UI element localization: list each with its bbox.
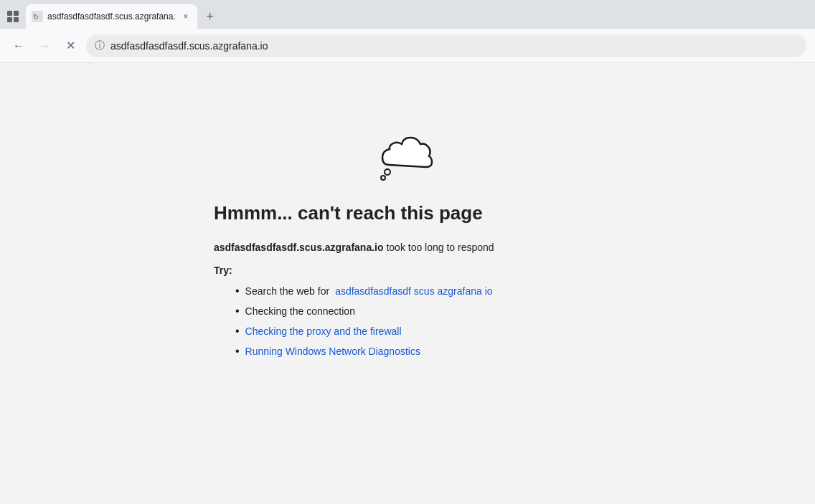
svg-text:↻: ↻ [33,13,39,21]
error-content-wrapper: Hmmm... can't reach this page asdfasdfas… [214,120,601,365]
proxy-link[interactable]: Checking the proxy and the firewall [245,325,402,337]
cloud-icon [372,120,443,185]
tab-title: asdfasdfasdfasdf.scus.azgrafana. [47,11,176,22]
tab-bar: ↻ asdfasdfasdfasdf.scus.azgrafana. × + [0,0,815,29]
list-item: Running Windows Network Diagnostics [235,345,493,358]
search-link[interactable]: asdfasdfasdfasdf scus azgrafana io [335,285,492,297]
tab-favicon: ↻ [32,11,43,22]
svg-point-7 [381,176,385,180]
nav-bar: ← → ✕ ⓘ asdfasdfasdfasdf.scus.azgrafana.… [0,29,815,63]
tab-active[interactable]: ↻ asdfasdfasdfasdf.scus.azgrafana. × [26,4,197,29]
browser-chrome: ↻ asdfasdfasdfasdf.scus.azgrafana. × + ←… [0,0,815,63]
reload-button[interactable]: ✕ [60,36,80,56]
svg-rect-2 [7,17,12,22]
suggestions-list: Search the web for asdfasdfasdfasdf scus… [235,285,493,365]
suggestion-text-2: Checking the connection [245,305,355,317]
error-page: Hmmm... can't reach this page asdfasdfas… [0,63,815,504]
window-icon [6,9,20,24]
tab-close-button[interactable]: × [180,11,192,22]
list-item: Checking the proxy and the firewall [235,325,493,338]
svg-point-6 [385,169,390,175]
svg-rect-3 [14,17,19,22]
list-item: Checking the connection [235,305,493,318]
error-heading: Hmmm... can't reach this page [214,202,483,224]
cloud-illustration-wrapper [214,120,601,185]
url-text: asdfasdfasdfasdf.scus.azgrafana.io [110,40,798,52]
back-button[interactable]: ← [9,36,29,56]
address-bar[interactable]: ⓘ asdfasdfasdfasdf.scus.azgrafana.io [86,34,806,57]
new-tab-button[interactable]: + [200,6,220,27]
forward-button[interactable]: → [34,36,55,56]
svg-rect-0 [7,11,12,16]
diagnostics-link[interactable]: Running Windows Network Diagnostics [245,346,420,357]
error-description-suffix: took too long to respond [384,242,494,253]
error-domain: asdfasdfasdfasdf.scus.azgrafana.io [214,242,384,253]
suggestion-text-1: Search the web for [245,285,330,297]
try-label: Try: [214,265,232,276]
info-icon: ⓘ [95,39,105,52]
list-item: Search the web for asdfasdfasdfasdf scus… [235,285,493,298]
svg-rect-1 [14,11,19,16]
error-description: asdfasdfasdfasdf.scus.azgrafana.io took … [214,242,494,253]
